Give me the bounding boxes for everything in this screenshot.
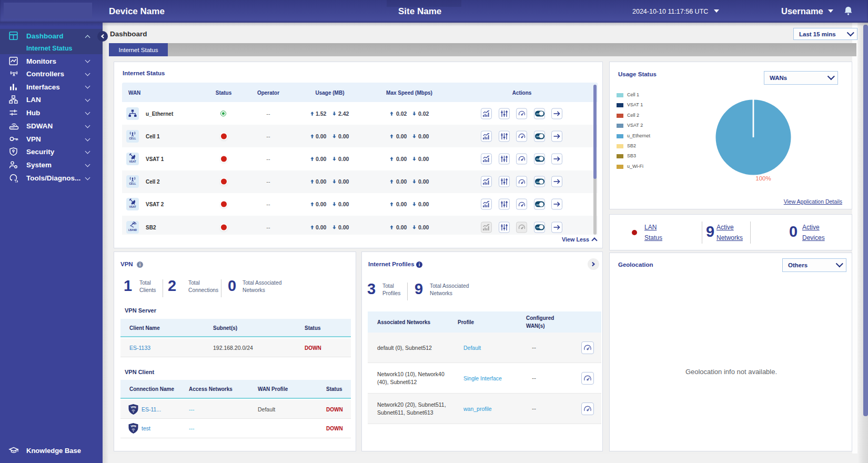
svg-text:CELL: CELL: [129, 182, 136, 185]
svg-text:VPN: VPN: [130, 425, 136, 428]
svg-text:LBAND: LBAND: [128, 228, 137, 231]
svg-text:VSAT: VSAT: [129, 205, 136, 208]
svg-text:CELL: CELL: [129, 137, 136, 140]
svg-text:VSAT: VSAT: [129, 159, 136, 163]
svg-text:VPN: VPN: [130, 406, 136, 409]
